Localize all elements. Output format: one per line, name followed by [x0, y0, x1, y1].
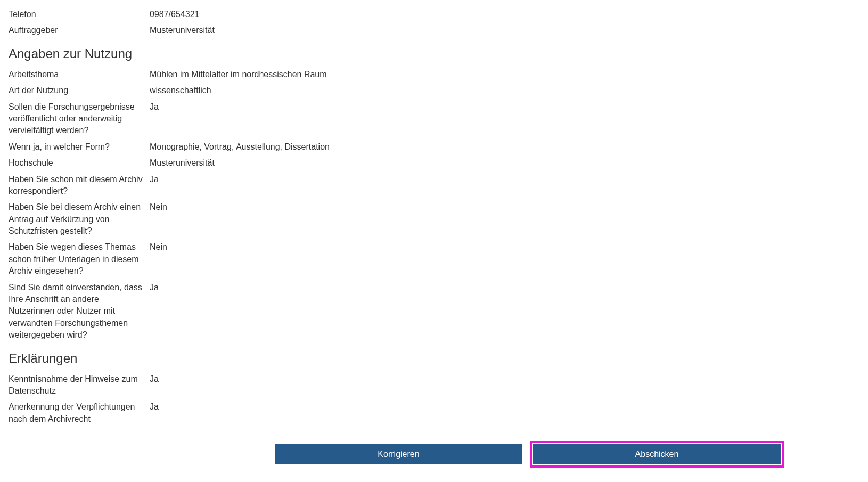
value-veroeffentlichen: Ja	[150, 101, 781, 113]
abschicken-button[interactable]: Abschicken	[533, 444, 781, 464]
korrigieren-button[interactable]: Korrigieren	[275, 444, 522, 464]
section-heading-erklaerungen: Erklärungen	[9, 351, 781, 366]
label-form: Wenn ja, in welcher Form?	[9, 141, 150, 153]
row-auftraggeber: Auftraggeber Musteruniversität	[9, 24, 781, 36]
label-hochschule: Hochschule	[9, 157, 150, 169]
row-telefon: Telefon 0987/654321	[9, 9, 781, 20]
label-arbeitsthema: Arbeitsthema	[9, 69, 150, 80]
row-hochschule: Hochschule Musteruniversität	[9, 157, 781, 169]
section-heading-nutzung: Angaben zur Nutzung	[9, 46, 781, 61]
label-veroeffentlichen: Sollen die Forschungsergebnisse veröffen…	[9, 101, 150, 137]
row-korrespondiert: Haben Sie schon mit diesem Archiv korres…	[9, 174, 781, 198]
value-datenschutz: Ja	[150, 373, 781, 385]
form-summary: Telefon 0987/654321 Auftraggeber Musteru…	[9, 9, 781, 464]
row-art: Art der Nutzung wissenschaftlich	[9, 85, 781, 96]
value-art: wissenschaftlich	[150, 85, 781, 96]
value-archivrecht: Ja	[150, 401, 781, 413]
label-weitergabe: Sind Sie damit einverstanden, dass Ihre …	[9, 282, 150, 341]
label-korrespondiert: Haben Sie schon mit diesem Archiv korres…	[9, 174, 150, 198]
label-datenschutz: Kenntnisnahme der Hinweise zum Datenschu…	[9, 373, 150, 397]
row-veroeffentlichen: Sollen die Forschungsergebnisse veröffen…	[9, 101, 781, 137]
row-arbeitsthema: Arbeitsthema Mühlen im Mittelalter im no…	[9, 69, 781, 80]
row-archivrecht: Anerkennung der Verpflichtungen nach dem…	[9, 401, 781, 425]
label-frueher: Haben Sie wegen dieses Themas schon früh…	[9, 241, 150, 277]
value-schutzfristen: Nein	[150, 201, 781, 213]
value-frueher: Nein	[150, 241, 781, 253]
label-archivrecht: Anerkennung der Verpflichtungen nach dem…	[9, 401, 150, 425]
label-telefon: Telefon	[9, 9, 150, 20]
label-auftraggeber: Auftraggeber	[9, 24, 150, 36]
value-weitergabe: Ja	[150, 282, 781, 293]
button-row: Korrigieren Abschicken	[9, 444, 781, 464]
row-datenschutz: Kenntnisnahme der Hinweise zum Datenschu…	[9, 373, 781, 397]
row-schutzfristen: Haben Sie bei diesem Archiv einen Antrag…	[9, 201, 781, 237]
value-arbeitsthema: Mühlen im Mittelalter im nordhessischen …	[150, 69, 781, 80]
value-telefon: 0987/654321	[150, 9, 781, 20]
value-auftraggeber: Musteruniversität	[150, 24, 781, 36]
row-frueher: Haben Sie wegen dieses Themas schon früh…	[9, 241, 781, 277]
label-art: Art der Nutzung	[9, 85, 150, 96]
value-hochschule: Musteruniversität	[150, 157, 781, 169]
value-form: Monographie, Vortrag, Ausstellung, Disse…	[150, 141, 781, 153]
row-form: Wenn ja, in welcher Form? Monographie, V…	[9, 141, 781, 153]
value-korrespondiert: Ja	[150, 174, 781, 185]
label-schutzfristen: Haben Sie bei diesem Archiv einen Antrag…	[9, 201, 150, 237]
row-weitergabe: Sind Sie damit einverstanden, dass Ihre …	[9, 282, 781, 341]
